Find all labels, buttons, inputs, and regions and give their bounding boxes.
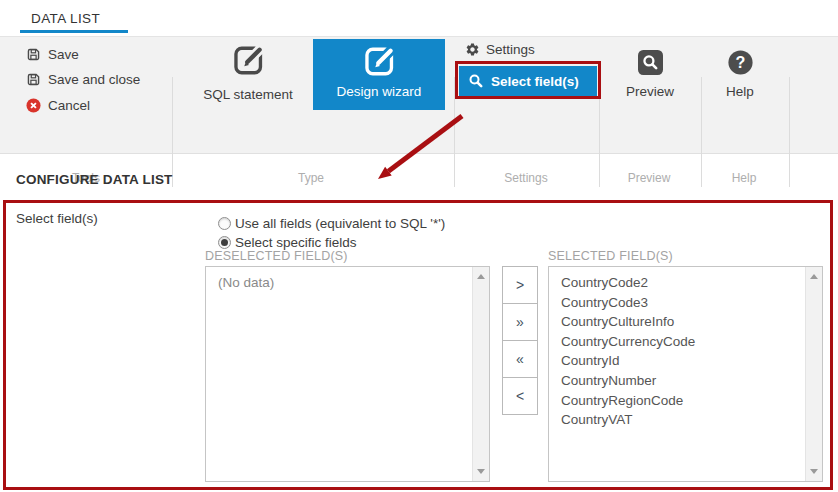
group-separator <box>789 77 790 187</box>
preview-label: Preview <box>626 84 674 99</box>
select-fields-label: Select field(s) <box>491 74 579 89</box>
help-button[interactable]: ? Help <box>710 50 770 99</box>
list-item[interactable]: CountryCultureInfo <box>549 312 822 332</box>
group-separator <box>172 77 173 187</box>
floppy-icon <box>26 72 41 87</box>
list-item[interactable]: CountryVAT <box>549 410 822 430</box>
floppy-icon <box>26 47 41 62</box>
move-right-button[interactable]: > <box>502 266 538 304</box>
deselected-fields-header: DESELECTED FIELD(S) <box>205 249 348 263</box>
design-wizard-label: Design wizard <box>337 84 422 99</box>
select-fields-panel: Select field(s) Use all fields (equivale… <box>3 200 833 490</box>
move-all-right-button[interactable]: » <box>502 303 538 341</box>
gear-icon <box>465 42 480 57</box>
cancel-label: Cancel <box>48 98 90 113</box>
scrollbar[interactable] <box>472 267 489 481</box>
move-all-left-button[interactable]: « <box>502 340 538 378</box>
selected-fields-listbox[interactable]: CountryCode2CountryCode3CountryCultureIn… <box>548 266 823 482</box>
settings-button[interactable]: Settings <box>465 42 535 57</box>
cancel-button[interactable]: Cancel <box>26 96 90 114</box>
cancel-icon <box>26 98 41 113</box>
save-button[interactable]: Save <box>26 45 79 63</box>
tab-bar: DATA LIST <box>0 0 838 37</box>
selected-fields-header: SELECTED FIELD(S) <box>548 249 673 263</box>
scroll-up-icon[interactable] <box>810 274 818 279</box>
list-item[interactable]: CountryNumber <box>549 371 822 391</box>
scroll-down-icon[interactable] <box>810 469 818 474</box>
sql-statement-label: SQL statement <box>203 87 293 102</box>
svg-text:?: ? <box>735 53 745 71</box>
scroll-down-icon[interactable] <box>477 469 485 474</box>
select-fields-field-label: Select field(s) <box>16 211 98 226</box>
question-mark-icon: ? <box>728 50 753 75</box>
radio-button-checked[interactable] <box>218 236 231 249</box>
selected-fields-items: CountryCode2CountryCode3CountryCultureIn… <box>549 267 822 430</box>
sql-statement-button[interactable]: SQL statement <box>195 43 301 102</box>
group-label-help: Help <box>732 171 757 185</box>
move-right-icon: > <box>516 277 524 293</box>
list-item[interactable]: CountryCode3 <box>549 293 822 313</box>
preview-magnifier-icon <box>638 50 663 75</box>
design-wizard-button-active[interactable]: Design wizard <box>313 39 445 110</box>
move-left-button[interactable]: < <box>502 377 538 415</box>
group-label-preview: Preview <box>628 171 671 185</box>
radio-use-all-fields[interactable]: Use all fields (equivalent to SQL '*') <box>218 215 445 232</box>
list-item[interactable]: CountryRegionCode <box>549 391 822 411</box>
settings-label: Settings <box>486 42 535 57</box>
save-and-close-label: Save and close <box>48 72 140 87</box>
list-item[interactable]: CountryCode2 <box>549 273 822 293</box>
group-separator <box>701 77 702 187</box>
group-label-settings: Settings <box>504 171 547 185</box>
help-label: Help <box>726 84 754 99</box>
data-list-designer-window: DATA LIST Tools Type Settings Preview He… <box>0 0 838 492</box>
scroll-up-icon[interactable] <box>477 274 485 279</box>
search-icon <box>468 73 484 89</box>
list-item[interactable]: CountryCurrencyCode <box>549 332 822 352</box>
list-item[interactable]: CountryId <box>549 351 822 371</box>
move-all-left-icon: « <box>516 351 524 367</box>
select-fields-button[interactable]: Select field(s) <box>459 66 597 96</box>
radio-select-specific-fields-label: Select specific fields <box>235 235 357 250</box>
edit-square-icon <box>231 43 266 78</box>
active-tab-underline <box>20 30 128 33</box>
preview-button[interactable]: Preview <box>613 50 687 99</box>
save-label: Save <box>48 47 79 62</box>
move-left-icon: < <box>516 388 524 404</box>
group-label-type: Type <box>298 171 324 185</box>
radio-use-all-fields-label: Use all fields (equivalent to SQL '*') <box>235 216 445 231</box>
scrollbar[interactable] <box>805 267 822 481</box>
save-and-close-button[interactable]: Save and close <box>26 70 140 88</box>
move-all-right-icon: » <box>516 314 524 330</box>
tab-data-list-label: DATA LIST <box>31 11 100 26</box>
no-data-placeholder: (No data) <box>206 267 489 292</box>
page-title: CONFIGURE DATA LIST <box>16 172 173 187</box>
radio-button-unchecked[interactable] <box>218 217 231 230</box>
deselected-fields-listbox[interactable]: (No data) <box>205 266 490 482</box>
edit-square-icon <box>362 44 397 79</box>
